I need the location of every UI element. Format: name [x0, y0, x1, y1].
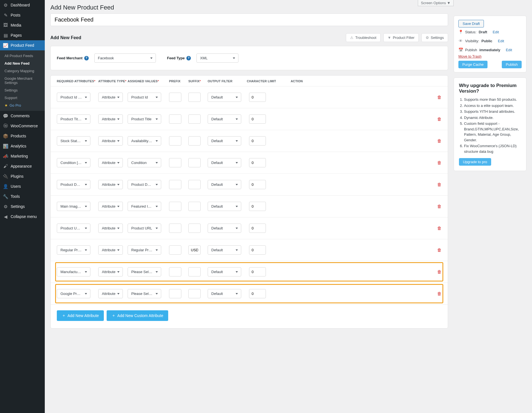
suffix-input[interactable] [188, 224, 201, 233]
required-attribute-select[interactable]: Condition [condition] [57, 158, 90, 167]
settings-button[interactable]: ⚙Settings [421, 33, 448, 42]
submenu-item-support[interactable]: Support [0, 94, 45, 102]
menu-item-tools[interactable]: 🔧Tools [0, 191, 45, 201]
required-attribute-select[interactable]: Google Product Category [google_product_… [57, 289, 90, 298]
required-attribute-select[interactable]: Main Image [image_link] [57, 202, 90, 211]
upgrade-to-pro-button[interactable]: Upgrade to pro [459, 158, 491, 166]
char-limit-input[interactable] [249, 245, 266, 255]
menu-item-plugins[interactable]: 🔌Plugins [0, 171, 45, 181]
output-filter-select[interactable]: Default [208, 245, 241, 255]
required-attribute-select[interactable]: Stock Status [availability] [57, 136, 90, 146]
assigned-value-select[interactable]: Product Description [128, 180, 161, 189]
publish-edit-link[interactable]: Edit [506, 48, 512, 52]
add-new-custom-attribute-button[interactable]: ＋Add New Custom Attribute [107, 310, 168, 321]
attribute-type-select[interactable]: Attribute [98, 180, 123, 189]
menu-item-appearance[interactable]: 🖌Appearance [0, 161, 45, 171]
move-to-trash-link[interactable]: Move to Trash [458, 54, 481, 58]
submenu-item-google-merchant-settings[interactable]: Google Merchant Settings [0, 75, 45, 86]
char-limit-input[interactable] [249, 180, 266, 189]
publish-button[interactable]: Publish [502, 61, 522, 68]
suffix-input[interactable] [188, 114, 201, 124]
prefix-input[interactable] [169, 289, 181, 298]
assigned-value-select[interactable]: Product Title [128, 114, 161, 124]
prefix-input[interactable] [169, 114, 181, 124]
required-attribute-select[interactable]: Manufacturer [brand] [57, 267, 90, 276]
prefix-input[interactable] [169, 267, 181, 276]
menu-item-settings[interactable]: ⚙Settings [0, 201, 45, 212]
output-filter-select[interactable]: Default [208, 289, 241, 298]
assigned-value-select[interactable]: Product Id [128, 93, 161, 102]
required-attribute-select[interactable]: Product Title [title] [57, 114, 90, 124]
char-limit-input[interactable] [249, 289, 266, 298]
attribute-type-select[interactable]: Attribute [98, 224, 123, 233]
char-limit-input[interactable] [249, 136, 266, 146]
output-filter-select[interactable]: Default [208, 136, 241, 146]
assigned-value-select[interactable]: Please Select [128, 289, 161, 298]
help-icon[interactable]: ? [186, 56, 191, 60]
attribute-type-select[interactable]: Attribute [98, 289, 123, 298]
suffix-input[interactable] [188, 158, 201, 167]
delete-row-button[interactable]: 🗑 [437, 248, 442, 253]
menu-item-collapse-menu[interactable]: ◀Collapse menu [0, 212, 45, 222]
product-filter-button[interactable]: ▼Product Filter [383, 33, 419, 42]
prefix-input[interactable] [169, 93, 181, 102]
menu-item-woocommerce[interactable]: ⓦWooCommerce [0, 121, 45, 131]
menu-item-media[interactable]: 🖼Media [0, 20, 45, 30]
delete-row-button[interactable]: 🗑 [437, 117, 442, 122]
output-filter-select[interactable]: Default [208, 180, 241, 189]
output-filter-select[interactable]: Default [208, 224, 241, 233]
output-filter-select[interactable]: Default [208, 93, 241, 102]
feed-type-select[interactable]: XML [196, 53, 238, 63]
char-limit-input[interactable] [249, 267, 266, 276]
delete-row-button[interactable]: 🗑 [437, 291, 442, 296]
attribute-type-select[interactable]: Attribute [98, 202, 123, 211]
attribute-type-select[interactable]: Attribute [98, 158, 123, 167]
output-filter-select[interactable]: Default [208, 202, 241, 211]
output-filter-select[interactable]: Default [208, 267, 241, 276]
submenu-item-add-new-feed[interactable]: Add New Feed [0, 60, 45, 67]
suffix-input[interactable] [188, 245, 201, 255]
assigned-value-select[interactable]: Condition [128, 158, 161, 167]
troubleshoot-button[interactable]: ⚠Troubleshoot [346, 33, 380, 42]
submenu-item-all-product-feeds[interactable]: All Product Feeds [0, 52, 45, 60]
suffix-input[interactable] [188, 136, 201, 146]
prefix-input[interactable] [169, 180, 181, 189]
prefix-input[interactable] [169, 158, 181, 167]
help-icon[interactable]: ? [84, 56, 89, 60]
char-limit-input[interactable] [249, 114, 266, 124]
delete-row-button[interactable]: 🗑 [437, 204, 442, 209]
visibility-edit-link[interactable]: Edit [498, 39, 504, 43]
submenu-item-go-pro[interactable]: ★Go Pro [0, 102, 45, 109]
feed-merchant-select[interactable]: Facebook [94, 53, 156, 63]
submenu-item-settings[interactable]: Settings [0, 86, 45, 94]
required-attribute-select[interactable]: Product URL [link] [57, 224, 90, 233]
feed-title-input[interactable] [50, 13, 448, 26]
suffix-input[interactable] [188, 180, 201, 189]
prefix-input[interactable] [169, 245, 181, 255]
assigned-value-select[interactable]: Please Select [128, 267, 161, 276]
delete-row-button[interactable]: 🗑 [437, 95, 442, 100]
required-attribute-select[interactable]: Product Description [description] [57, 180, 90, 189]
char-limit-input[interactable] [249, 158, 266, 167]
purge-cache-button[interactable]: Purge Cache [458, 61, 488, 68]
menu-item-marketing[interactable]: 📣Marketing [0, 151, 45, 161]
menu-item-dashboard[interactable]: ⚙Dashboard [0, 0, 45, 10]
attribute-type-select[interactable]: Attribute [98, 245, 123, 255]
suffix-input[interactable] [188, 267, 201, 276]
output-filter-select[interactable]: Default [208, 114, 241, 124]
menu-item-comments[interactable]: 💬Comments [0, 111, 45, 121]
menu-item-pages[interactable]: ▤Pages [0, 30, 45, 40]
menu-item-product-feed[interactable]: 📈Product Feed [0, 40, 45, 50]
save-draft-button[interactable]: Save Draft [458, 20, 484, 27]
delete-row-button[interactable]: 🗑 [437, 160, 442, 165]
prefix-input[interactable] [169, 224, 181, 233]
screen-options-button[interactable]: Screen Options ▼ [418, 0, 454, 6]
assigned-value-select[interactable]: Availability (Without Underscore) [128, 136, 161, 146]
attribute-type-select[interactable]: Attribute [98, 93, 123, 102]
prefix-input[interactable] [169, 136, 181, 146]
menu-item-analytics[interactable]: 📊Analytics [0, 141, 45, 151]
attribute-type-select[interactable]: Attribute [98, 114, 123, 124]
assigned-value-select[interactable]: Regular Price [128, 245, 161, 255]
suffix-input[interactable] [188, 202, 201, 211]
suffix-input[interactable] [188, 93, 201, 102]
